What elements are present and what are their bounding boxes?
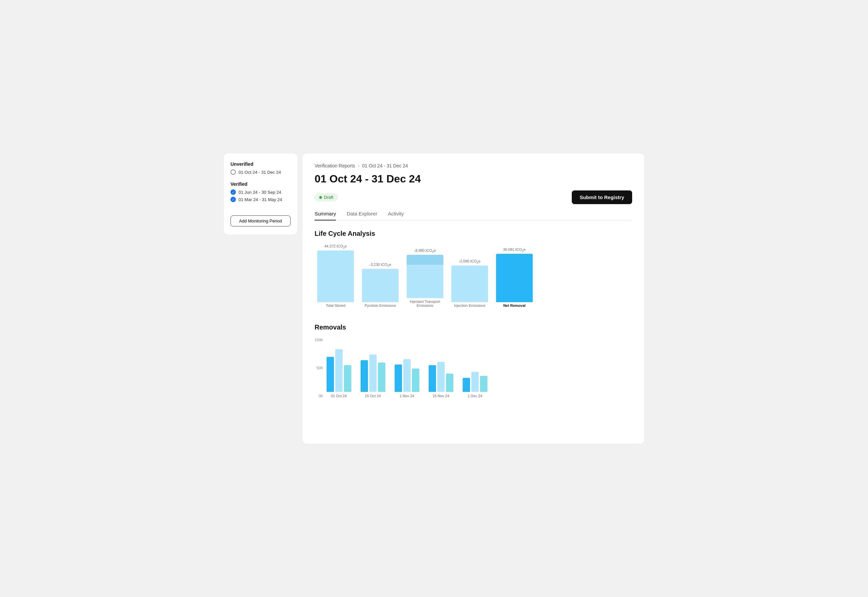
removal-bars-3: [429, 362, 453, 392]
removal-bars-1: [361, 355, 385, 392]
removals-chart-container: 100K 50K 0K 01 Oct 24: [315, 338, 632, 398]
removal-bar-1-1: [369, 355, 377, 392]
removal-bar-2-2: [412, 368, 419, 392]
removal-bar-3-1: [437, 362, 445, 392]
lca-bar-value-3: -2.080 tCO2e: [459, 259, 480, 264]
lca-bar-3: [451, 266, 488, 302]
add-monitoring-button[interactable]: Add Monitoring Period: [230, 215, 291, 226]
removal-bar-3-2: [446, 374, 453, 392]
removal-x-label-1: 15 Oct 24: [365, 394, 381, 398]
removal-bar-3-0: [429, 365, 436, 392]
tab-activity[interactable]: Activity: [388, 211, 404, 220]
lca-bar-group-3: -2.080 tCO2e Injection Emissions: [451, 259, 488, 307]
removal-bar-0-2: [344, 365, 351, 392]
status-label: Draft: [324, 195, 333, 200]
page-title: 01 Oct 24 - 31 Dec 24: [315, 173, 632, 185]
lca-bar-value-0: 44.372 tCO2e: [324, 244, 346, 249]
lca-bar-label-2: Injectant Transport Emissions: [407, 300, 443, 307]
lca-bar-group-4: 30.081 tCO2e Net Removal: [496, 248, 533, 307]
removal-bar-0-1: [335, 349, 343, 392]
y-axis: 100K 50K 0K: [315, 338, 327, 398]
removal-x-label-2: 1 Nov 24: [400, 394, 414, 398]
verified-section: Verified ✓ 01 Jun 24 - 30 Sep 24 ✓ 01 Ma…: [230, 181, 291, 202]
lca-bar-group-1: -3.230 tCO2e Pyrolisis Emissions: [362, 263, 398, 307]
removals-section-title: Removals: [315, 324, 632, 331]
circle-icon: [230, 169, 236, 175]
breadcrumb-parent[interactable]: Verification Reports: [315, 163, 355, 168]
removal-group-4: 1 Dec 24: [463, 372, 488, 398]
unverified-item-label: 01 Oct 24 - 31 Dec 24: [239, 170, 281, 175]
tabs: Summary Data Explorer Activity: [315, 211, 632, 220]
lca-bar-label-1: Pyrolisis Emissions: [365, 303, 396, 307]
removal-bar-2-0: [395, 365, 402, 392]
main-content: Verification Reports › 01 Oct 24 - 31 De…: [303, 153, 644, 444]
unverified-label: Unverified: [230, 162, 291, 167]
lca-bar-1: [362, 269, 398, 302]
breadcrumb: Verification Reports › 01 Oct 24 - 31 De…: [315, 163, 632, 169]
lca-bar-label-4: Net Removal: [503, 303, 526, 307]
lca-bar-0: [317, 251, 354, 302]
removal-bars-4: [463, 372, 488, 392]
removal-bars-2: [395, 359, 419, 392]
removal-bar-4-0: [463, 378, 470, 392]
verified-label: Verified: [230, 181, 291, 187]
y-label-0k: 0K: [318, 394, 323, 398]
lca-bar-group-2: -8.980 tCO2e Injectant Transport Emissio…: [407, 248, 443, 307]
removal-group-0: 01 Oct 24: [327, 349, 351, 398]
lca-bar-value-2: -8.980 tCO2e: [414, 248, 435, 254]
removal-x-label-0: 01 Oct 24: [331, 394, 347, 398]
check-icon-1: ✓: [230, 197, 236, 202]
removals-bars: 01 Oct 24 15 Oct 24: [327, 338, 488, 398]
lca-bar-label-3: Injection Emissions: [454, 303, 485, 307]
breadcrumb-separator: ›: [358, 163, 359, 169]
removal-bars-0: [327, 349, 351, 392]
sidebar: Unverified 01 Oct 24 - 31 Dec 24 Verifie…: [224, 153, 297, 235]
removal-bar-4-1: [471, 372, 479, 392]
lca-bar-2: [407, 255, 443, 298]
breadcrumb-current: 01 Oct 24 - 31 Dec 24: [362, 163, 408, 168]
check-icon-0: ✓: [230, 189, 236, 195]
removal-bar-4-2: [480, 376, 488, 392]
lca-bar-group-0: 44.372 tCO2e Total Stored: [317, 244, 354, 307]
removal-x-label-3: 15 Nov 24: [433, 394, 449, 398]
status-badge: Draft: [315, 193, 338, 202]
lca-bar-value-1: -3.230 tCO2e: [369, 263, 391, 267]
status-row: Draft Submit to Registry: [315, 190, 632, 204]
lca-section-title: Life Cycle Analysis: [315, 230, 632, 238]
submit-to-registry-button[interactable]: Submit to Registry: [572, 190, 632, 204]
removal-bar-1-2: [378, 362, 385, 392]
lca-bar-label-0: Total Stored: [326, 303, 346, 307]
unverified-section: Unverified 01 Oct 24 - 31 Dec 24: [230, 162, 291, 175]
lca-chart: 44.372 tCO2e Total Stored -3.230 tCO2e P…: [315, 244, 632, 307]
app-container: Unverified 01 Oct 24 - 31 Dec 24 Verifie…: [217, 147, 651, 450]
y-label-50k: 50K: [317, 366, 323, 370]
removal-group-2: 1 Nov 24: [395, 359, 419, 398]
y-label-100k: 100K: [315, 338, 323, 342]
removal-bar-0-0: [327, 357, 334, 392]
verified-item-label-0: 01 Jun 24 - 30 Sep 24: [239, 190, 281, 195]
sidebar-item-verified-0[interactable]: ✓ 01 Jun 24 - 30 Sep 24: [230, 189, 291, 195]
verified-item-label-1: 01 Mar 24 - 31 May 24: [239, 197, 282, 202]
removal-bar-2-1: [403, 359, 411, 392]
sidebar-item-unverified-0[interactable]: 01 Oct 24 - 31 Dec 24: [230, 169, 291, 175]
removal-group-1: 15 Oct 24: [361, 355, 385, 398]
lca-bar-4: [496, 254, 533, 302]
removal-bar-1-0: [361, 360, 368, 392]
status-dot: [319, 196, 322, 199]
lca-bar-value-4: 30.081 tCO2e: [503, 248, 525, 252]
tab-summary[interactable]: Summary: [315, 211, 336, 220]
tab-data-explorer[interactable]: Data Explorer: [346, 211, 377, 220]
sidebar-item-verified-1[interactable]: ✓ 01 Mar 24 - 31 May 24: [230, 197, 291, 202]
removal-group-3: 15 Nov 24: [429, 362, 453, 398]
removal-x-label-4: 1 Dec 24: [468, 394, 482, 398]
